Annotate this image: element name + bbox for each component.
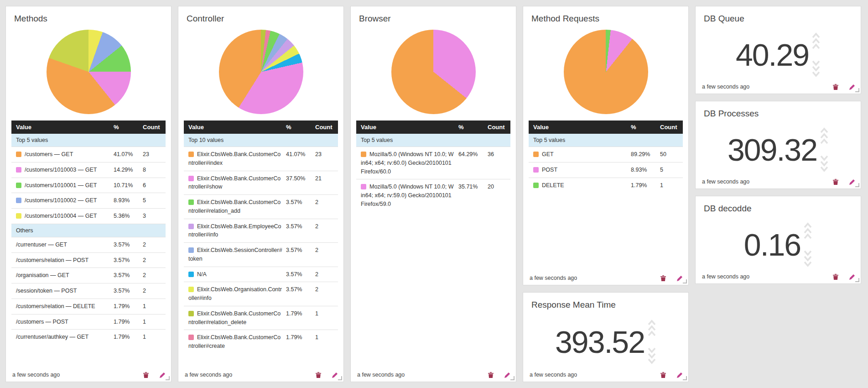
delete-panel-button[interactable] <box>316 372 321 378</box>
series-color-swatch <box>188 224 194 229</box>
panel-footer: a few seconds ago <box>702 84 855 90</box>
series-color-swatch <box>533 167 539 173</box>
resize-handle[interactable] <box>338 376 342 380</box>
row-percent: 1.79% <box>114 318 143 326</box>
delete-panel-button[interactable] <box>833 274 838 280</box>
delete-panel-button[interactable] <box>143 372 149 378</box>
row-value-label: /customers/1010002 — GET <box>16 196 114 205</box>
table-row: /organisation — GET3.57%2 <box>11 268 166 283</box>
table-row: POST8.93%5 <box>529 163 683 178</box>
row-count: 2 <box>315 222 338 240</box>
panel-response-mean-time: Response Mean Time 393.52 a few seconds … <box>523 292 689 382</box>
table-header-row: Value % Count <box>11 121 166 134</box>
row-percent: 37.50% <box>286 174 315 192</box>
row-count: 1 <box>315 309 338 327</box>
panel-title: Controller <box>178 6 343 24</box>
delete-panel-button[interactable] <box>488 372 494 378</box>
row-percent: 41.07% <box>114 150 143 159</box>
resize-handle[interactable] <box>855 278 859 282</box>
row-value-label: /session/token — POST <box>16 287 114 295</box>
delete-panel-button[interactable] <box>660 275 666 281</box>
row-count: 50 <box>660 150 683 159</box>
series-color-swatch <box>16 167 21 173</box>
row-value-label: /customers/relation — DELETE <box>16 302 114 311</box>
column-header-value: Value <box>188 124 286 131</box>
series-color-swatch <box>188 272 194 277</box>
series-color-swatch <box>188 335 194 340</box>
last-updated-text: a few seconds ago <box>530 275 577 281</box>
metric-display: 393.52 <box>523 306 688 382</box>
row-percent: 1.79% <box>114 333 143 341</box>
row-percent: 10.71% <box>114 181 143 190</box>
resize-handle[interactable] <box>166 376 170 380</box>
panel-footer: a few seconds ago <box>12 372 166 378</box>
browser-pie-chart[interactable] <box>391 30 476 114</box>
pie-chart-area <box>351 30 516 114</box>
row-count: 2 <box>315 246 338 263</box>
series-color-swatch <box>16 152 21 157</box>
edit-panel-button[interactable] <box>849 179 855 185</box>
row-percent: 1.79% <box>114 302 143 311</box>
pie-chart-area <box>6 30 171 114</box>
row-value-label: N/A <box>188 270 286 279</box>
row-count: 2 <box>315 198 338 215</box>
browser-data-table: Value % Count Top 5 valuesMozilla/5.0 (W… <box>356 121 510 212</box>
row-value-label: Elixir.CbsWeb.Bank.EmployeeController#in… <box>188 222 286 240</box>
delete-panel-button[interactable] <box>660 372 666 378</box>
table-row: /customers/1010003 — GET14.29%8 <box>11 163 166 178</box>
resize-handle[interactable] <box>855 183 859 187</box>
table-row: Elixir.CbsWeb.Bank.CustomerController#re… <box>184 195 338 219</box>
row-count: 8 <box>143 166 166 174</box>
resize-handle[interactable] <box>683 279 687 283</box>
edit-panel-button[interactable] <box>332 372 338 378</box>
methods-pie-chart[interactable] <box>47 30 131 114</box>
row-count: 36 <box>488 150 510 176</box>
pie-chart-area <box>178 30 343 114</box>
table-section-row: Top 5 values <box>356 134 510 147</box>
last-updated-text: a few seconds ago <box>357 372 405 378</box>
resize-handle[interactable] <box>855 88 859 92</box>
row-percent: 8.93% <box>631 166 660 174</box>
row-count: 23 <box>315 150 338 168</box>
controller-pie-chart[interactable] <box>219 30 303 114</box>
edit-panel-button[interactable] <box>677 275 683 281</box>
resize-handle[interactable] <box>510 376 515 380</box>
row-value-label: /customers/1010003 — GET <box>16 166 114 174</box>
table-section-row: Top 10 values <box>184 134 338 147</box>
row-count: 2 <box>143 241 166 249</box>
row-value-label: Elixir.CbsWeb.Bank.CustomerController#cr… <box>188 333 286 351</box>
row-value-label: /currentuser — GET <box>16 241 114 249</box>
series-color-swatch <box>188 287 194 292</box>
table-row: Elixir.CbsWeb.Bank.CustomerController#in… <box>184 147 338 171</box>
metric-value: 0.16 <box>744 227 800 262</box>
controller-data-table: Value % Count Top 10 valuesElixir.CbsWeb… <box>184 121 338 354</box>
last-updated-text: a few seconds ago <box>12 372 60 378</box>
series-color-swatch <box>188 311 194 316</box>
last-updated-text: a few seconds ago <box>702 84 749 90</box>
table-row: /customers — GET41.07%23 <box>11 147 166 163</box>
edit-panel-button[interactable] <box>849 274 855 280</box>
row-percent: 35.71% <box>458 183 488 208</box>
panel-db-decodde: DB decodde 0.16 a few seconds ago <box>695 196 861 284</box>
column-header-pct: % <box>286 124 315 131</box>
row-count: 5 <box>660 166 683 174</box>
edit-panel-button[interactable] <box>504 372 510 378</box>
delete-panel-button[interactable] <box>833 179 838 185</box>
row-count: 2 <box>143 287 166 295</box>
resize-handle[interactable] <box>683 376 687 380</box>
delete-panel-button[interactable] <box>833 84 838 90</box>
edit-panel-button[interactable] <box>160 372 166 378</box>
row-percent: 3.57% <box>286 285 315 303</box>
method-requests-pie-chart[interactable] <box>564 30 648 114</box>
edit-panel-button[interactable] <box>677 372 683 378</box>
edit-panel-button[interactable] <box>849 84 855 90</box>
dashboard: Methods Value % Count Top 5 values/custo… <box>0 0 868 388</box>
table-row: Elixir.CbsWeb.Bank.EmployeeController#in… <box>184 219 338 243</box>
row-value-label: /customers/1010001 — GET <box>16 181 114 190</box>
scroll-chevrons-icon <box>820 126 829 173</box>
pie-chart-area <box>523 30 688 114</box>
row-percent: 3.57% <box>286 270 315 279</box>
column-header-count: Count <box>143 124 166 131</box>
series-color-swatch <box>16 198 21 203</box>
metric-value: 393.52 <box>555 324 645 360</box>
